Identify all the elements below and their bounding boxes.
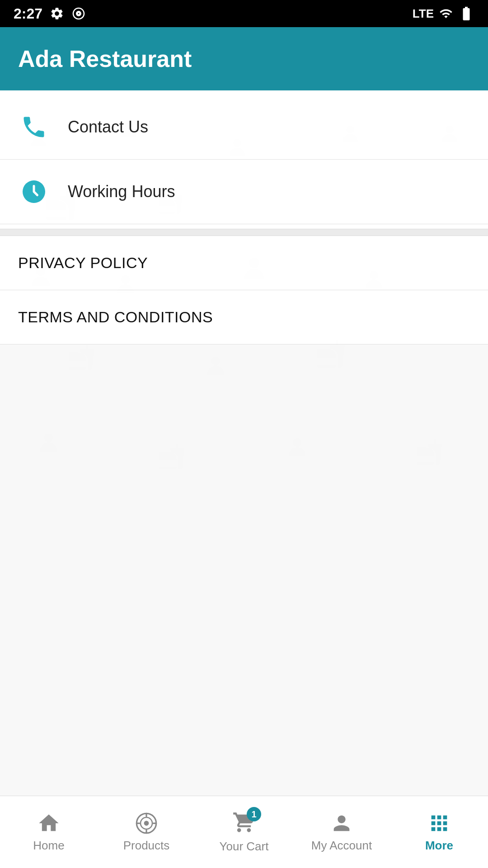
app-header: Ada Restaurant	[0, 27, 488, 90]
svg-point-15	[144, 821, 149, 826]
account-icon	[330, 811, 353, 835]
nav-account[interactable]: My Account	[293, 796, 390, 868]
radio-icon	[71, 6, 86, 21]
nav-account-label: My Account	[311, 839, 372, 853]
status-right: LTE	[413, 5, 474, 22]
nav-more[interactable]: More	[390, 796, 488, 868]
nav-more-label: More	[425, 839, 453, 853]
cart-badge-container: 1	[232, 811, 256, 836]
nav-home-label: Home	[33, 839, 64, 853]
svg-point-3	[234, 139, 241, 147]
battery-icon	[458, 5, 474, 22]
svg-point-6	[36, 267, 45, 276]
nav-products[interactable]: Products	[98, 796, 195, 868]
more-icon	[427, 811, 451, 835]
settings-icon	[50, 6, 64, 21]
signal-icon	[439, 7, 453, 20]
bottom-nav: Home Products 1 Your Cart My Account	[0, 796, 488, 868]
cart-badge: 1	[247, 807, 261, 821]
watermark-bg	[0, 90, 488, 796]
svg-point-9	[370, 271, 378, 279]
status-time: 2:27	[14, 5, 42, 22]
app-title: Ada Restaurant	[18, 45, 192, 72]
svg-point-4	[347, 126, 354, 133]
svg-point-5	[446, 126, 454, 133]
lte-label: LTE	[413, 7, 434, 21]
svg-point-10	[211, 357, 220, 365]
svg-point-1	[35, 130, 42, 138]
status-bar: 2:27 LTE	[0, 0, 488, 27]
svg-point-12	[293, 438, 301, 446]
svg-point-7	[121, 275, 129, 283]
nav-products-label: Products	[123, 839, 170, 853]
products-icon	[135, 811, 158, 835]
svg-point-8	[249, 258, 259, 268]
content-area: Contact Us Working Hours PRIVACY POLICY …	[0, 90, 488, 796]
svg-point-11	[44, 434, 52, 442]
nav-cart-label: Your Cart	[220, 840, 269, 854]
status-left: 2:27	[14, 5, 86, 22]
home-icon	[37, 811, 61, 835]
nav-cart[interactable]: 1 Your Cart	[195, 796, 293, 868]
nav-home[interactable]: Home	[0, 796, 98, 868]
svg-point-2	[125, 121, 133, 129]
